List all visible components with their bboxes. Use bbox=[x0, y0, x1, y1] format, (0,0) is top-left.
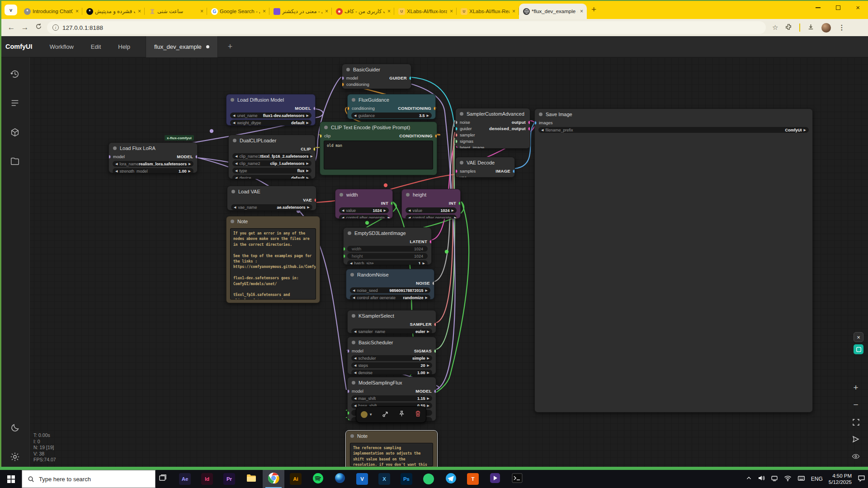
settings-gear-icon[interactable] bbox=[9, 451, 20, 462]
collapse-dot-icon[interactable] bbox=[231, 220, 234, 223]
widget-right-arrow-icon[interactable]: ▶ bbox=[307, 204, 310, 210]
clock[interactable]: 4:50 PM 5/12/2025 bbox=[829, 473, 852, 485]
workflow-tab[interactable]: flux_dev_example bbox=[146, 36, 218, 57]
widget-left-arrow-icon[interactable]: ◀ bbox=[235, 153, 237, 159]
widget-input-port[interactable] bbox=[343, 247, 345, 251]
toggle-visibility-eye-button[interactable] bbox=[850, 450, 862, 462]
input-port[interactable] bbox=[342, 76, 344, 80]
widget-right-arrow-icon[interactable]: ▶ bbox=[189, 161, 191, 167]
output-port[interactable] bbox=[429, 240, 432, 244]
node-header[interactable]: EmptySD3LatentImage bbox=[344, 228, 431, 239]
browser-tab-4[interactable]: GGoogle Search - راوی× bbox=[207, 4, 269, 19]
node-note-model-sampling[interactable]: NoteThe reference sampling implementatio… bbox=[346, 431, 437, 468]
widget-scheduler[interactable]: ◀schedulersimple▶ bbox=[351, 355, 432, 361]
output-port[interactable] bbox=[434, 323, 436, 326]
node-basic-scheduler[interactable]: BasicSchedulermodelSIGMAS◀schedulersimpl… bbox=[347, 337, 436, 375]
download-icon[interactable] bbox=[807, 23, 814, 32]
widget-batch-size[interactable]: ◀batch_size1▶ bbox=[347, 260, 428, 265]
taskbar-app-v-app[interactable]: V bbox=[351, 470, 373, 488]
node-flux-guidance[interactable]: FluxGuidanceconditioningCONDITIONING◀gui… bbox=[347, 94, 436, 119]
url-text[interactable]: 127.0.0.1:8188 bbox=[62, 24, 103, 31]
node-text-area[interactable]: If you get an error in any of the nodes … bbox=[230, 228, 316, 300]
fit-view-button[interactable] bbox=[850, 416, 862, 428]
theme-moon-icon[interactable] bbox=[9, 422, 20, 433]
widget-max-shift[interactable]: ◀max_shift1.15▶ bbox=[351, 395, 432, 401]
tab-close-icon[interactable]: × bbox=[511, 8, 516, 14]
widget-right-arrow-icon[interactable]: ▶ bbox=[427, 370, 429, 375]
collapse-dot-icon[interactable] bbox=[406, 193, 410, 197]
output-port[interactable] bbox=[313, 107, 316, 110]
hidden-icons-chevron[interactable] bbox=[746, 475, 752, 483]
widget-right-arrow-icon[interactable]: ▶ bbox=[427, 403, 429, 408]
taskbar-app-file-explorer[interactable] bbox=[241, 470, 262, 488]
taskbar-app-premiere[interactable]: Pr bbox=[218, 470, 240, 488]
node-sampler-custom-advanced[interactable]: SamplerCustomAdvancednoiseoutputguiderde… bbox=[455, 108, 530, 149]
output-port[interactable] bbox=[391, 202, 393, 205]
node-canvas[interactable]: BasicGuidermodelGUIDERconditioningFluxGu… bbox=[0, 57, 868, 468]
output-port[interactable] bbox=[314, 198, 316, 202]
widget-right-arrow-icon[interactable]: ▶ bbox=[427, 355, 429, 361]
address-bar[interactable]: i 127.0.0.1:8188 bbox=[47, 21, 766, 34]
tab-search-chevron-icon[interactable]: v bbox=[5, 5, 17, 15]
widget-lora-name[interactable]: ◀lora_namerealism_lora.safetensors▶ bbox=[113, 161, 193, 167]
taskbar-app-media-player[interactable] bbox=[484, 470, 506, 488]
browser-tab-8[interactable]: XLabs-AI/flux-Realism× bbox=[457, 4, 519, 19]
output-port[interactable] bbox=[195, 155, 198, 159]
collapse-dot-icon[interactable] bbox=[340, 193, 343, 197]
output-port[interactable] bbox=[513, 169, 515, 173]
widget-noise-seed[interactable]: ◀noise_seed985609178872015▶ bbox=[350, 287, 430, 293]
collapse-dot-icon[interactable] bbox=[539, 113, 542, 116]
widget-control-after-generate[interactable]: ◀control after generate.▶ bbox=[406, 215, 457, 219]
collapse-dot-icon[interactable] bbox=[113, 146, 117, 150]
widget-left-arrow-icon[interactable]: ◀ bbox=[342, 215, 344, 219]
widget-left-arrow-icon[interactable]: ◀ bbox=[233, 113, 235, 118]
node-random-noise[interactable]: RandomNoiseNOISE◀noise_seed9856091788720… bbox=[346, 269, 434, 300]
widget-input-port[interactable] bbox=[347, 411, 349, 415]
taskbar-app-terminal[interactable] bbox=[506, 470, 528, 488]
browser-tab-9[interactable]: *flux_dev_example - C× bbox=[519, 4, 587, 19]
profile-avatar[interactable] bbox=[821, 23, 831, 33]
tab-close-icon[interactable]: × bbox=[387, 8, 392, 14]
widget-left-arrow-icon[interactable]: ◀ bbox=[354, 370, 356, 375]
node-header[interactable]: Load Flux LoRA bbox=[109, 143, 197, 154]
widget-right-arrow-icon[interactable]: ▶ bbox=[425, 287, 428, 293]
wifi-icon[interactable] bbox=[784, 474, 792, 484]
widget-value[interactable]: ◀value1024▶ bbox=[339, 207, 389, 213]
volume-icon[interactable] bbox=[758, 474, 765, 483]
output-port[interactable] bbox=[434, 389, 436, 393]
node-note-directories[interactable]: NoteIf you get an error in any of the no… bbox=[226, 216, 320, 303]
node-load-flux-lora[interactable]: Load Flux LoRAmodelMODEL◀lora_namerealis… bbox=[108, 142, 198, 173]
node-load-diffusion-model[interactable]: Load Diffusion ModelMODEL◀unet_nameflux1… bbox=[226, 94, 316, 126]
node-header[interactable]: Save Image bbox=[535, 109, 812, 120]
new-tab-button[interactable]: + bbox=[591, 5, 596, 14]
widget-type[interactable]: ◀typeflux▶ bbox=[232, 168, 311, 174]
collapse-dot-icon[interactable] bbox=[352, 98, 355, 102]
node-basic-guider[interactable]: BasicGuidermodelGUIDERconditioning bbox=[342, 64, 411, 89]
taskbar-app-illustrator[interactable]: Ai bbox=[285, 470, 307, 488]
widget-left-arrow-icon[interactable]: ◀ bbox=[353, 287, 355, 293]
taskbar-app-edge[interactable] bbox=[329, 470, 351, 488]
widget-device[interactable]: ◀devicedefault▶ bbox=[232, 175, 311, 179]
select-mode-button[interactable] bbox=[850, 433, 862, 445]
browser-menu-icon[interactable]: ⋮ bbox=[838, 23, 845, 32]
widget-right-arrow-icon[interactable]: ▶ bbox=[307, 160, 309, 166]
back-button[interactable]: ← bbox=[5, 23, 18, 32]
widget-left-arrow-icon[interactable]: ◀ bbox=[342, 207, 344, 213]
input-port[interactable] bbox=[455, 127, 458, 131]
output-port[interactable] bbox=[434, 107, 436, 110]
output-port[interactable] bbox=[435, 134, 437, 138]
collapse-dot-icon[interactable] bbox=[346, 68, 350, 71]
delete-node-button[interactable] bbox=[415, 410, 421, 419]
taskbar-app-t-app[interactable]: T bbox=[462, 470, 484, 488]
taskbar-app-photoshop[interactable]: Ps bbox=[396, 470, 417, 488]
collapse-dot-icon[interactable] bbox=[352, 381, 355, 385]
node-header[interactable]: ModelSamplingFlux bbox=[348, 377, 436, 388]
widget-left-arrow-icon[interactable]: ◀ bbox=[115, 161, 118, 167]
widget-right-arrow-icon[interactable]: ▶ bbox=[425, 295, 428, 300]
widget-left-arrow-icon[interactable]: ◀ bbox=[235, 175, 237, 179]
collapse-dot-icon[interactable] bbox=[350, 434, 354, 438]
widget-left-arrow-icon[interactable]: ◀ bbox=[235, 168, 237, 174]
taskbar-app-x-app[interactable]: X bbox=[373, 470, 395, 488]
bookmark-star-icon[interactable]: ☆ bbox=[772, 23, 778, 32]
widget-right-arrow-icon[interactable]: ▶ bbox=[310, 153, 312, 159]
